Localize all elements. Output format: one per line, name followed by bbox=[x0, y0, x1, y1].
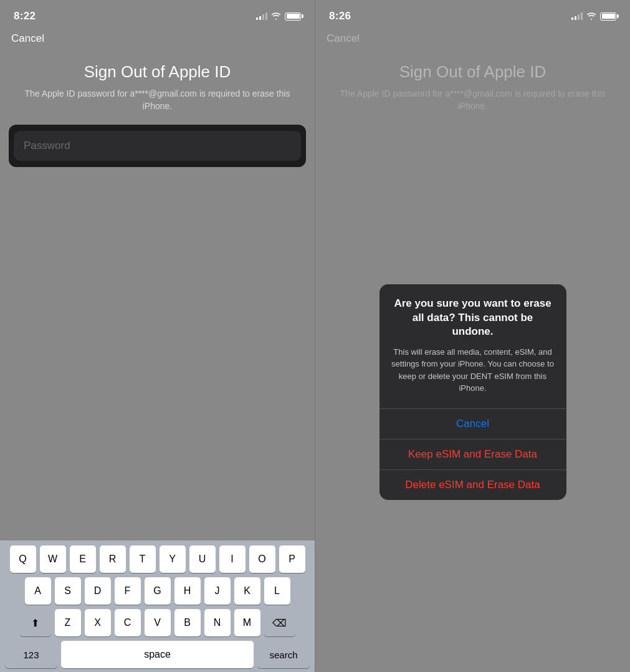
key-c[interactable]: C bbox=[115, 609, 141, 636]
password-container: Password bbox=[9, 125, 306, 167]
key-o[interactable]: O bbox=[249, 545, 275, 573]
key-a[interactable]: A bbox=[25, 577, 51, 605]
key-n[interactable]: N bbox=[204, 609, 231, 636]
battery-icon-left bbox=[285, 12, 301, 21]
key-y[interactable]: Y bbox=[160, 545, 186, 573]
status-bar-left: 8:22 bbox=[0, 0, 315, 27]
signal-icon-right bbox=[571, 12, 583, 20]
key-x[interactable]: X bbox=[85, 609, 111, 636]
sign-out-subtitle-right: The Apple ID password for a****@gmail.co… bbox=[330, 88, 615, 112]
keyboard-bottom-row: 123 space search bbox=[2, 641, 312, 668]
cancel-button-right[interactable]: Cancel bbox=[315, 27, 630, 50]
alert-dialog: Are you sure you want to erase all data?… bbox=[379, 284, 566, 499]
key-d[interactable]: D bbox=[85, 577, 111, 605]
key-shift[interactable]: ⬆ bbox=[20, 609, 51, 636]
key-t[interactable]: T bbox=[130, 545, 156, 573]
key-j[interactable]: J bbox=[204, 577, 231, 605]
left-panel: 8:22 Cancel Sign Out of Apple ID The App… bbox=[0, 0, 315, 672]
key-w[interactable]: W bbox=[40, 545, 66, 573]
keyboard: Q W E R T Y U I O P A S D F G H J K L ⬆ … bbox=[0, 540, 315, 672]
alert-message: This will erase all media, content, eSIM… bbox=[391, 346, 555, 395]
status-bar-right: 8:26 bbox=[315, 0, 630, 27]
key-h[interactable]: H bbox=[174, 577, 201, 605]
status-icons-left bbox=[256, 12, 301, 21]
key-u[interactable]: U bbox=[189, 545, 216, 573]
status-time-right: 8:26 bbox=[329, 10, 351, 22]
keyboard-row3: ⬆ Z X C V B N M ⌫ bbox=[2, 609, 312, 636]
keyboard-row1: Q W E R T Y U I O P bbox=[2, 545, 312, 573]
key-m[interactable]: M bbox=[234, 609, 260, 636]
key-e[interactable]: E bbox=[70, 545, 96, 573]
alert-title: Are you sure you want to erase all data?… bbox=[391, 297, 555, 338]
alert-keep-esim-button[interactable]: Keep eSIM and Erase Data bbox=[379, 439, 566, 469]
key-backspace[interactable]: ⌫ bbox=[264, 609, 295, 636]
keyboard-row2: A S D F G H J K L bbox=[2, 577, 312, 605]
key-123[interactable]: 123 bbox=[5, 641, 57, 668]
wifi-icon-right bbox=[586, 12, 596, 20]
battery-icon-right bbox=[600, 12, 616, 21]
key-f[interactable]: F bbox=[115, 577, 141, 605]
key-z[interactable]: Z bbox=[55, 609, 81, 636]
sign-out-subtitle-left: The Apple ID password for a****@gmail.co… bbox=[15, 88, 300, 112]
key-s[interactable]: S bbox=[55, 577, 81, 605]
alert-delete-esim-button[interactable]: Delete eSIM and Erase Data bbox=[379, 470, 566, 500]
cancel-button-left[interactable]: Cancel bbox=[0, 27, 315, 50]
sign-out-title-left: Sign Out of Apple ID bbox=[15, 62, 300, 82]
key-b[interactable]: B bbox=[174, 609, 201, 636]
wifi-icon-left bbox=[271, 12, 281, 20]
signal-icon-left bbox=[256, 12, 267, 20]
password-field[interactable]: Password bbox=[14, 131, 301, 161]
alert-content-area: Are you sure you want to erase all data?… bbox=[315, 112, 630, 672]
key-l[interactable]: L bbox=[264, 577, 290, 605]
key-g[interactable]: G bbox=[145, 577, 171, 605]
alert-cancel-button[interactable]: Cancel bbox=[379, 409, 566, 439]
sign-out-title-right: Sign Out of Apple ID bbox=[330, 62, 615, 82]
key-i[interactable]: I bbox=[219, 545, 246, 573]
key-k[interactable]: K bbox=[234, 577, 260, 605]
key-r[interactable]: R bbox=[100, 545, 126, 573]
right-panel: 8:26 Cancel Sign Out of Apple ID The App… bbox=[315, 0, 630, 672]
key-search[interactable]: search bbox=[257, 641, 310, 668]
key-v[interactable]: V bbox=[145, 609, 171, 636]
alert-body: Are you sure you want to erase all data?… bbox=[379, 284, 566, 408]
status-time-left: 8:22 bbox=[14, 10, 36, 22]
status-icons-right bbox=[571, 12, 616, 21]
key-p[interactable]: P bbox=[279, 545, 305, 573]
sign-out-section-right: Sign Out of Apple ID The Apple ID passwo… bbox=[315, 50, 630, 112]
password-placeholder: Password bbox=[24, 140, 70, 152]
key-space[interactable]: space bbox=[61, 641, 254, 668]
sign-out-section-left: Sign Out of Apple ID The Apple ID passwo… bbox=[0, 50, 315, 112]
key-q[interactable]: Q bbox=[10, 545, 36, 573]
